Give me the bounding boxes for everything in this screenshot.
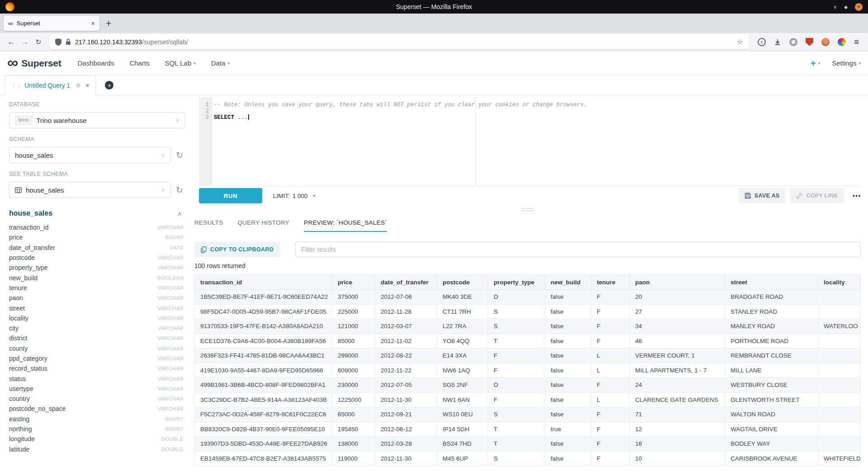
table-cell: NW1 6AN	[437, 392, 488, 407]
filter-results-input[interactable]	[295, 242, 861, 257]
schema-column-row: postcodeVARCHAR	[9, 253, 185, 263]
url-bar[interactable]: 217.160.120.143:32393/superset/sqllab/ ☆	[50, 34, 749, 49]
pane-divider	[194, 206, 861, 214]
header-right: + ▾ Settings ▾	[810, 58, 861, 68]
copy-to-clipboard-button[interactable]: COPY TO CLIPBOARD	[194, 242, 280, 257]
nav-item-dashboards[interactable]: Dashboards	[78, 59, 114, 67]
add-query-tab-button[interactable]: +	[105, 81, 113, 89]
back-button[interactable]: ←	[5, 35, 18, 49]
schema-column-row: ppd_categoryVARCHAR	[9, 353, 185, 363]
window-maximize-button[interactable]: ◆	[844, 5, 848, 9]
nav-item-data[interactable]: Data▾	[211, 59, 230, 67]
table-cell: false	[545, 290, 591, 305]
table-cell: L	[591, 363, 630, 378]
url-text: 217.160.120.143:32393/superset/sqllab/	[75, 38, 188, 46]
reload-button[interactable]: ↻	[32, 35, 45, 49]
refresh-tables-button[interactable]: ↻	[174, 185, 185, 195]
table-cell: 230000	[332, 378, 375, 393]
extension-icon	[789, 38, 797, 46]
query-tab-active[interactable]: ⋮⋮ Untitled Query 1 ×	[5, 75, 96, 95]
window-shade-button[interactable]: ∨	[833, 4, 837, 10]
tab-close-icon[interactable]: ×	[91, 20, 95, 27]
table-cell: F	[591, 319, 630, 334]
menu-button[interactable]: ≡	[854, 37, 859, 47]
sqllab-main: 1 2 3 -- Note: Unless you save your quer…	[194, 95, 868, 471]
window-close-button[interactable]: ×	[855, 3, 863, 11]
column-header[interactable]: postcode	[437, 275, 488, 290]
nav-item-sql-lab[interactable]: SQL Lab▾	[165, 59, 196, 67]
column-type: VARCHAR	[158, 325, 184, 331]
save-as-button[interactable]: SAVE AS	[739, 188, 786, 203]
pane-resize-handle[interactable]	[522, 208, 533, 211]
table-cell: CLARENCE GATE GARDENS	[630, 392, 725, 407]
column-name: county	[9, 345, 28, 352]
column-type: VARCHAR	[158, 295, 184, 301]
column-type: VARCHAR	[158, 335, 184, 341]
download-icon	[774, 38, 781, 46]
column-type: VARCHAR	[158, 396, 184, 401]
superset-logo[interactable]: ∞ Superset	[7, 57, 61, 70]
bookmark-star-icon[interactable]: ☆	[737, 38, 743, 46]
pocket-button[interactable]: ∨	[758, 38, 766, 46]
lock-icon[interactable]	[66, 38, 71, 45]
tab-results[interactable]: RESULTS	[194, 219, 223, 232]
table-cell: 225000	[332, 304, 375, 319]
table-cell: 193907D3-5DBD-453D-A49E-9FEE27DAB926	[195, 437, 332, 452]
downloads-button[interactable]	[774, 38, 781, 46]
shield-icon[interactable]	[55, 38, 61, 46]
chevron-up-icon[interactable]: ∧	[177, 210, 182, 217]
editor-code-area[interactable]: -- Note: Unless you save your query, the…	[212, 97, 861, 185]
firefox-logo-icon	[5, 2, 14, 11]
column-header[interactable]: street	[725, 275, 818, 290]
run-query-button[interactable]: RUN	[199, 188, 262, 203]
column-type: BIGINT	[165, 235, 184, 240]
table-schema-heading: house_sales ∧	[9, 209, 185, 218]
extension-button-2[interactable]	[838, 38, 846, 46]
results-header-row: transaction_idpricedate_of_transferpostc…	[195, 275, 861, 290]
column-header[interactable]: property_type	[488, 275, 545, 290]
table-cell: 609000	[332, 363, 375, 378]
column-header[interactable]: paon	[630, 275, 725, 290]
column-name: paon	[9, 294, 23, 301]
tab-query-history[interactable]: QUERY HISTORY	[237, 219, 289, 232]
new-tab-button[interactable]: +	[106, 19, 111, 28]
sql-editor[interactable]: 1 2 3 -- Note: Unless you save your quer…	[199, 97, 861, 186]
text-cursor	[248, 114, 249, 120]
limit-dropdown[interactable]: LIMIT: 1 000 ▾	[273, 193, 315, 199]
table-select[interactable]: house_sales ∨	[9, 182, 171, 198]
editor-toolbar-right: SAVE AS COPY LINK ⋯	[739, 188, 861, 203]
column-header[interactable]: price	[332, 275, 375, 290]
url-path: /superset/sqllab/	[142, 38, 188, 46]
account-avatar-button[interactable]	[821, 38, 830, 46]
schema-select[interactable]: house_sales ∨	[9, 147, 171, 163]
save-as-label: SAVE AS	[755, 193, 780, 199]
table-cell: 2012-11-02	[375, 334, 437, 349]
column-name: price	[9, 234, 23, 241]
column-header[interactable]: transaction_id	[195, 275, 332, 290]
refresh-schemas-button[interactable]: ↻	[174, 150, 185, 160]
table-cell: VERMEER COURT, 1	[630, 349, 725, 363]
browser-tab[interactable]: ∞ Superset ×	[4, 16, 99, 31]
column-name: postcode_no_space	[9, 405, 66, 412]
chevron-down-icon: ▾	[193, 61, 196, 66]
column-header[interactable]: tenure	[591, 275, 630, 290]
more-options-button[interactable]: ⋯	[852, 191, 861, 201]
table-cell	[818, 422, 861, 437]
column-header[interactable]: date_of_transfer	[375, 275, 437, 290]
extension-button-1[interactable]	[789, 38, 797, 46]
drag-handle-icon[interactable]: ⋮⋮	[11, 82, 20, 89]
nav-item-charts[interactable]: Charts	[129, 59, 149, 67]
table-cell: false	[545, 363, 591, 378]
settings-menu[interactable]: Settings ▾	[832, 59, 861, 67]
forward-button[interactable]: →	[18, 35, 32, 49]
tab-preview-house-sales[interactable]: PREVIEW: `HOUSE_SALES`	[304, 219, 387, 232]
ublock-extension-button[interactable]	[806, 38, 813, 46]
table-cell: false	[545, 407, 591, 422]
database-select[interactable]: trino Trino warehouse ∨	[9, 112, 185, 128]
close-icon[interactable]: ×	[85, 82, 89, 89]
copy-link-button[interactable]: COPY LINK	[790, 188, 844, 203]
table-cell: 65000	[332, 407, 375, 422]
column-header[interactable]: locality	[818, 275, 861, 290]
new-item-button[interactable]: + ▾	[810, 58, 820, 68]
column-header[interactable]: new_build	[545, 275, 591, 290]
